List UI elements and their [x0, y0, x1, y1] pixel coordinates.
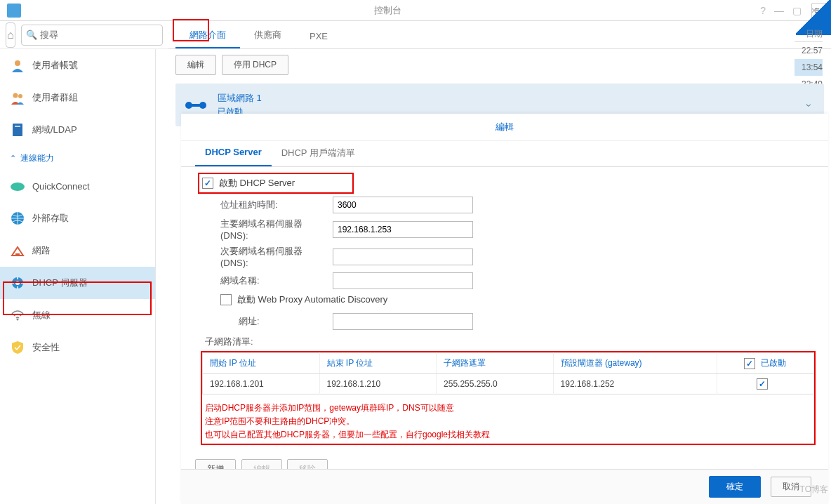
enable-dhcp-checkbox[interactable] [202, 178, 213, 189]
cell-start-ip: 192.168.1.201 [203, 374, 320, 394]
globe-icon [10, 211, 25, 226]
app-icon [7, 4, 21, 18]
dhcp-icon [10, 275, 25, 291]
sidebar-item-label: 外部存取 [32, 212, 69, 225]
sidebar-item-label: 使用者群組 [32, 91, 78, 104]
sidebar-item-label: 無線 [32, 309, 51, 321]
search-input-wrap[interactable]: 🔍 [21, 25, 163, 46]
sidebar-item-user-groups[interactable]: 使用者群組 [0, 81, 155, 114]
network-icon [10, 243, 25, 258]
subnet-table: 開始 IP 位址 結束 IP 位址 子網路遮罩 預設閘道器 (gateway) … [202, 352, 814, 394]
sidebar-item-quickconnect[interactable]: QuickConnect [0, 170, 155, 202]
enable-dhcp-label: 啟動 DHCP Server [219, 177, 295, 190]
note-line-1: 启动DHCP服务器并添加IP范围，geteway填群晖IP，DNS可以随意 [205, 402, 811, 415]
sidebar-section-connectivity[interactable]: 連線能力 [0, 146, 155, 170]
ok-button[interactable]: 確定 [709, 476, 761, 498]
tab-dhcp-server[interactable]: DHCP Server [195, 141, 272, 166]
svg-point-10 [17, 319, 19, 321]
disable-dhcp-button[interactable]: 停用 DHCP [222, 55, 288, 75]
svg-point-9 [15, 281, 20, 285]
th-enabled[interactable]: 已啟動 [717, 353, 813, 374]
sidebar-item-label: QuickConnect [32, 181, 90, 192]
sidebar-item-user-accounts[interactable]: 使用者帳號 [0, 49, 155, 81]
search-icon: 🔍 [26, 29, 37, 40]
sidebar-item-network[interactable]: 網路 [0, 234, 155, 267]
lease-input[interactable] [333, 197, 473, 213]
svg-rect-4 [15, 126, 20, 127]
lan-icon [185, 99, 206, 112]
tab-network-interface[interactable]: 網路介面 [175, 23, 240, 48]
window-title: 控制台 [28, 4, 747, 17]
dns1-input[interactable] [333, 221, 473, 238]
th-gateway[interactable]: 預設閘道器 (gateway) [553, 353, 717, 374]
row-enabled-checkbox[interactable] [757, 378, 768, 390]
svg-point-5 [11, 183, 25, 191]
group-icon [10, 90, 25, 105]
cell-end-ip: 192.168.1.210 [319, 374, 437, 394]
dns1-label: 主要網域名稱伺服器 (DNS): [220, 218, 333, 241]
wpad-url-label: 網址: [239, 315, 333, 328]
user-icon [10, 58, 25, 73]
lan-title: 區域網路 1 [218, 92, 262, 105]
lease-label: 位址租約時間: [220, 199, 333, 211]
svg-point-2 [18, 94, 22, 98]
search-input[interactable] [40, 29, 158, 40]
wpad-url-input[interactable] [333, 313, 473, 330]
svg-rect-3 [13, 124, 22, 136]
th-enabled-checkbox[interactable] [744, 358, 755, 369]
sidebar-item-label: 網路 [32, 244, 51, 257]
home-icon[interactable]: ⌂ [6, 22, 15, 48]
shield-icon [10, 340, 25, 355]
note-line-3: 也可以自己配置其他DHCP服务器，但要加一些配置，自行google找相关教程 [205, 428, 811, 442]
wpad-checkbox[interactable] [220, 294, 232, 305]
dns2-label: 次要網域名稱伺服器 (DNS): [220, 245, 333, 268]
help-icon[interactable]: ? [760, 5, 766, 16]
table-row[interactable]: 192.168.1.201 192.168.1.210 255.255.255.… [203, 374, 814, 394]
ldap-icon [10, 122, 25, 138]
dns2-input[interactable] [333, 248, 473, 265]
edit-button[interactable]: 編輯 [175, 55, 216, 75]
sidebar-item-label: DHCP 伺服器 [32, 277, 88, 289]
th-start-ip[interactable]: 開始 IP 位址 [203, 353, 320, 374]
sidebar-item-label: 使用者帳號 [32, 59, 78, 72]
cell-mask: 255.255.255.0 [437, 374, 554, 394]
note-line-2: 注意IP范围不要和主路由的DHCP冲突。 [205, 415, 811, 428]
cell-gateway: 192.168.1.252 [553, 374, 717, 394]
tab-dhcp-clients[interactable]: DHCP 用戶端清單 [272, 141, 365, 166]
tab-pxe[interactable]: PXE [295, 25, 342, 48]
panel-title: 編輯 [181, 114, 828, 141]
th-mask[interactable]: 子網路遮罩 [437, 353, 554, 374]
wifi-icon [10, 307, 25, 323]
svg-rect-7 [15, 253, 20, 256]
sidebar-item-domain-ldap[interactable]: 網域/LDAP [0, 114, 155, 146]
th-end-ip[interactable]: 結束 IP 位址 [319, 353, 437, 374]
sidebar-item-label: 網域/LDAP [32, 124, 77, 136]
sidebar-item-security[interactable]: 安全性 [0, 331, 155, 364]
sidebar-item-dhcp-server[interactable]: DHCP 伺服器 [0, 267, 155, 299]
cloud-icon [10, 178, 25, 194]
sidebar-item-wireless[interactable]: 無線 [0, 299, 155, 331]
minimize-icon[interactable]: — [774, 5, 784, 16]
cancel-button[interactable]: 取消 [771, 477, 811, 497]
wpad-label: 啟動 Web Proxy Automatic Discovery [237, 293, 387, 306]
svg-point-1 [13, 93, 18, 98]
svg-point-0 [15, 60, 20, 66]
domain-input[interactable] [333, 272, 473, 289]
sidebar-item-external-access[interactable]: 外部存取 [0, 202, 155, 234]
tab-provider[interactable]: 供應商 [240, 23, 295, 48]
domain-label: 網域名稱: [220, 274, 333, 287]
chevron-down-icon: › [804, 103, 816, 107]
subnet-list-label: 子網路清單: [205, 336, 814, 348]
sidebar-item-label: 安全性 [32, 341, 60, 354]
